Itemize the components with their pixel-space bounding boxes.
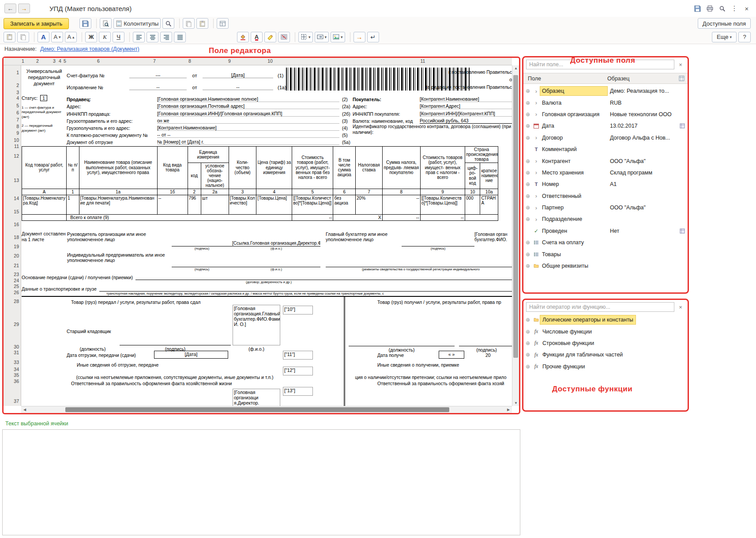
goods-header-cell[interactable]: В том числе сумма акциза: [333, 147, 356, 189]
function-row[interactable]: ⊕fxСтроковые функции: [523, 337, 688, 349]
col-header-1[interactable]: 1: [22, 58, 24, 64]
signature-line[interactable]: [459, 327, 514, 346]
signature-line[interactable]: (ф.и.о.): [232, 251, 320, 272]
field-row[interactable]: ⊕›Место храненияСклад программ: [523, 167, 688, 178]
goods-data-cell[interactable]: --: [157, 195, 188, 214]
row-header-2[interactable]: 2: [16, 83, 19, 88]
align-center-button[interactable]: [147, 32, 158, 42]
expand-plus-icon[interactable]: ⊕: [523, 340, 532, 346]
goods-letter-cell[interactable]: 10а: [480, 189, 498, 195]
titlebar-preview-button[interactable]: [717, 4, 727, 13]
row-header-13[interactable]: 13: [14, 178, 19, 183]
field-row[interactable]: ⊕Товары: [523, 248, 688, 260]
basis-line[interactable]: [135, 274, 514, 280]
column-sample[interactable]: Образец: [607, 76, 675, 82]
status-value-cell[interactable]: 1: [40, 95, 47, 101]
seller-row-value[interactable]: [Головная организация.Почтовый адрес]: [157, 103, 339, 109]
paste-style-button[interactable]: [196, 18, 208, 29]
goods-total-cell[interactable]: --: [382, 214, 420, 221]
sheet-corner-cell[interactable]: [4, 58, 21, 65]
goods-letter-cell[interactable]: 1б: [157, 189, 188, 195]
goods-total-label[interactable]: Всего к оплате (9): [67, 214, 292, 221]
row-header-29[interactable]: 29: [14, 322, 19, 327]
left-position[interactable]: Старший кладовщик: [67, 329, 119, 334]
buyer-row-value[interactable]: [Контрагент.Адрес]: [420, 103, 514, 109]
more-button[interactable]: Еще▾: [712, 32, 737, 42]
goods-header-cell[interactable]: Единица измерения: [188, 147, 229, 163]
col-header-4[interactable]: 4: [59, 58, 61, 64]
paste-button[interactable]: [4, 32, 15, 42]
titlebar-save-button[interactable]: [692, 4, 702, 13]
row-header-9[interactable]: 9: [16, 130, 19, 136]
row-header-21[interactable]: 21: [14, 263, 19, 268]
seller-row-value[interactable]: [Головная организация.ИНН]/[Головная орг…: [157, 111, 339, 117]
field-row[interactable]: ⊕Дата13.02.2017: [523, 120, 688, 132]
expand-plus-icon[interactable]: ⊕: [523, 329, 532, 335]
goods-letter-cell[interactable]: 8: [382, 189, 420, 195]
transport-line[interactable]: [99, 285, 514, 292]
horizontal-scrollbar[interactable]: ◀ ▶: [21, 406, 512, 413]
selected-cell-text-label[interactable]: Текст выбранной ячейки: [5, 421, 68, 427]
field-row[interactable]: ⊕›КонтрагентООО "Альфа": [523, 155, 688, 167]
goods-total-cell[interactable]: --: [292, 214, 333, 221]
row-header-31[interactable]: 31: [14, 350, 19, 355]
goods-data-cell[interactable]: [Товары.Номенклатура.Наименование для пе…: [79, 195, 157, 214]
row-header-24[interactable]: 24: [14, 278, 19, 283]
buyer-row-value[interactable]: Российский рубль, 643: [420, 118, 514, 124]
row-header-34[interactable]: 34: [14, 367, 19, 372]
goods-total-cell[interactable]: X: [333, 214, 382, 221]
ref-cell-10[interactable]: ["10"]: [283, 306, 313, 314]
signature-line[interactable]: (подпись): [172, 230, 232, 251]
col-header-7[interactable]: 7: [153, 58, 156, 64]
goods-data-cell[interactable]: [[Товары.Количество]*[Товары.Цена]]: [292, 195, 333, 214]
align-left-button[interactable]: [133, 32, 145, 42]
goods-data-cell[interactable]: 20%: [356, 195, 383, 214]
goods-data-cell[interactable]: [Товары.Количество]: [229, 195, 256, 214]
field-picker-icon[interactable]: [677, 228, 688, 234]
field-row[interactable]: ⊕›ПартнерООО "Альфа": [523, 202, 688, 213]
ref-cell-13[interactable]: ["13"]: [283, 387, 313, 396]
row-header-25[interactable]: 25: [14, 284, 19, 289]
expand-plus-icon[interactable]: ⊕: [523, 88, 532, 94]
row-header-6[interactable]: 6: [16, 110, 19, 115]
row-header-15[interactable]: 15: [14, 209, 19, 214]
row-header-20[interactable]: 20: [14, 253, 19, 258]
row-header-11[interactable]: 11: [14, 144, 19, 149]
goods-header-cell[interactable]: краткое наименова- ние: [480, 163, 498, 189]
invoice-date-cell[interactable]: [Дата]: [203, 72, 273, 78]
row-header-30[interactable]: 30: [14, 344, 19, 349]
vertical-scroll-thumb[interactable]: [513, 75, 518, 358]
row-header-18[interactable]: 18: [14, 235, 19, 240]
expand-plus-icon[interactable]: ⊕: [523, 251, 532, 258]
column-field[interactable]: Поле: [523, 76, 607, 82]
goods-header-cell[interactable]: Коли- чество (объем): [229, 147, 256, 189]
seller-row-value[interactable]: [Контрагент.Наименование]: [157, 125, 339, 131]
find-button[interactable]: [162, 18, 174, 29]
expand-plus-icon[interactable]: ⊕: [523, 181, 532, 187]
field-row[interactable]: ⊕›Подразделение: [523, 213, 688, 225]
merge-cells-dropdown[interactable]: ▾: [315, 32, 329, 42]
underline-button[interactable]: Ч: [113, 32, 124, 42]
help-button[interactable]: ?: [738, 32, 751, 42]
goods-header-cell[interactable]: Налоговая ставка: [356, 147, 383, 189]
font-decrease-button[interactable]: А▾: [51, 32, 63, 42]
view-mode-button[interactable]: [217, 18, 229, 29]
goods-total-cell[interactable]: [465, 214, 498, 221]
highlight-color-button[interactable]: [264, 32, 276, 42]
template-editor-area[interactable]: 1234567891011 12345678910111213141516181…: [2, 57, 520, 414]
italic-button[interactable]: К: [99, 32, 111, 42]
selected-cell-textarea[interactable]: [2, 429, 520, 535]
titlebar-print-button[interactable]: [705, 4, 715, 13]
seller-row-value[interactable]: № [Номер] от [Дата] г.: [157, 139, 339, 145]
row-header-10[interactable]: 10: [14, 137, 19, 143]
row-header-35[interactable]: 35: [14, 372, 19, 378]
goods-header-cell[interactable]: код: [188, 163, 201, 189]
goods-header-cell[interactable]: условное обозна- чение (нацио- нальное): [201, 163, 229, 189]
insert-image-dropdown[interactable]: ▾: [331, 32, 345, 42]
row-header-3[interactable]: 3: [16, 90, 19, 95]
goods-letter-cell[interactable]: 1: [67, 189, 79, 195]
row-header-26[interactable]: 26: [14, 290, 19, 295]
wrap-text-button[interactable]: ↵: [367, 32, 379, 42]
field-row[interactable]: ✓ПроведенНет: [523, 225, 688, 237]
row-header-23[interactable]: 23: [14, 272, 19, 277]
